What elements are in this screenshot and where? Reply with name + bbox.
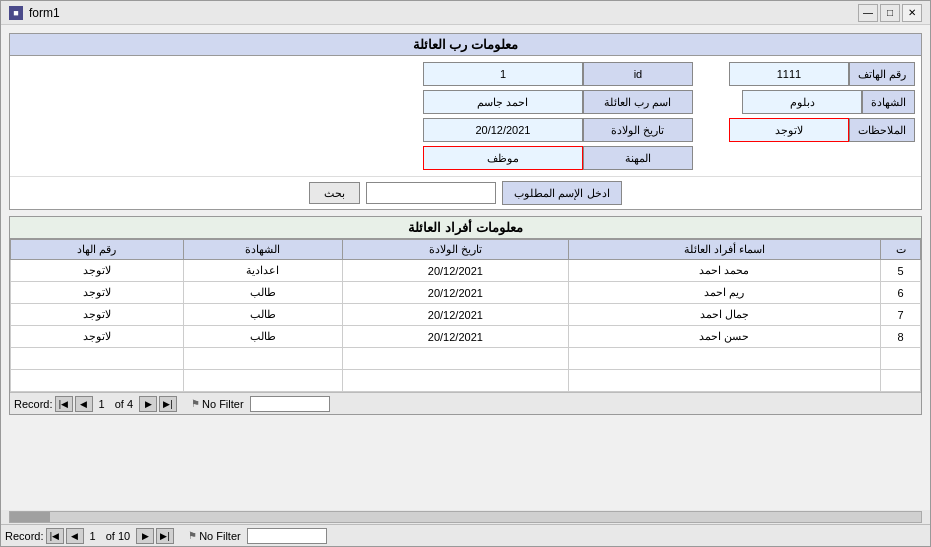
bottom-first-btn[interactable]: |◀ xyxy=(46,528,64,544)
cell-cert: اعدادية xyxy=(183,260,342,282)
inner-filter-text: No Filter xyxy=(202,398,244,410)
col-t: ت xyxy=(881,240,921,260)
table-row[interactable]: 5 محمد احمد 20/12/2021 اعدادية لاتوجد xyxy=(11,260,921,282)
bottom-prev-btn[interactable]: ◀ xyxy=(66,528,84,544)
right-col: id 1 اسم رب العائلة احمد جاسم تاريخ الول… xyxy=(16,62,693,170)
bottom-no-filter: ⚑ No Filter xyxy=(184,530,245,542)
minimize-button[interactable]: — xyxy=(858,4,878,22)
cell-job: لاتوجد xyxy=(11,326,184,348)
col-job: رقم الهاد xyxy=(11,240,184,260)
cell-t: 5 xyxy=(881,260,921,282)
cert-label: الشهادة xyxy=(862,90,915,114)
cell-dob: 20/12/2021 xyxy=(342,326,568,348)
cell-cert: طالب xyxy=(183,304,342,326)
inner-nav-bar: Record: |◀ ◀ 1 of 4 ▶ ▶| ⚑ No Filter xyxy=(10,392,921,414)
title-bar: ■ form1 — □ ✕ xyxy=(1,1,930,25)
family-members-section: معلومات أفراد العائلة ت اسماء أفراد العا… xyxy=(9,216,922,415)
dob-row: تاريخ الولادة 20/12/2021 xyxy=(16,118,693,142)
col-cert: الشهادة xyxy=(183,240,342,260)
name-label: اسم رب العائلة xyxy=(583,90,693,114)
inner-first-btn[interactable]: |◀ xyxy=(55,396,73,412)
cell-cert: طالب xyxy=(183,326,342,348)
bottom-search-input[interactable] xyxy=(247,528,327,544)
notes-value[interactable]: لاتوجد xyxy=(729,118,849,142)
family-head-header: معلومات رب العائلة xyxy=(10,34,921,56)
scrollbar-container xyxy=(1,510,930,524)
inner-prev-btn[interactable]: ◀ xyxy=(75,396,93,412)
phone-label: رقم الهاتف xyxy=(849,62,915,86)
table-row[interactable]: 8 حسن احمد 20/12/2021 طالب لاتوجد xyxy=(11,326,921,348)
cert-row: الشهادة دبلوم xyxy=(729,90,915,114)
filter-icon-bottom: ⚑ xyxy=(188,530,197,541)
search-bar: ادخل الإسم المطلوب بحث xyxy=(10,176,921,209)
cell-job: لاتوجد xyxy=(11,282,184,304)
table-row-empty xyxy=(11,348,921,370)
bottom-current: 1 xyxy=(86,530,100,542)
filter-icon-inner: ⚑ xyxy=(191,398,200,409)
left-col: رقم الهاتف 1111 الشهادة دبلوم الملاحظات … xyxy=(729,62,915,170)
title-bar-left: ■ form1 xyxy=(9,6,60,20)
dob-value[interactable]: 20/12/2021 xyxy=(423,118,583,142)
job-label: المهنة xyxy=(583,146,693,170)
notes-row: الملاحظات لاتوجد xyxy=(729,118,915,142)
bottom-last-btn[interactable]: ▶| xyxy=(156,528,174,544)
table-header-row: ت اسماء أفراد العائلة تاريخ الولادة الشه… xyxy=(11,240,921,260)
main-window: ■ form1 — □ ✕ معلومات رب العائلة رقم اله… xyxy=(0,0,931,547)
bottom-next-btn[interactable]: ▶ xyxy=(136,528,154,544)
cell-t: 6 xyxy=(881,282,921,304)
id-row: id 1 xyxy=(16,62,693,86)
phone-row: رقم الهاتف 1111 xyxy=(729,62,915,86)
title-bar-controls: — □ ✕ xyxy=(858,4,922,22)
notes-label: الملاحظات xyxy=(849,118,915,142)
inner-next-btn[interactable]: ▶ xyxy=(139,396,157,412)
cell-name: ريم احمد xyxy=(568,282,880,304)
cell-name: محمد احمد xyxy=(568,260,880,282)
cell-cert: طالب xyxy=(183,282,342,304)
cell-dob: 20/12/2021 xyxy=(342,260,568,282)
horizontal-scrollbar[interactable] xyxy=(9,511,922,523)
table-row[interactable]: 7 جمال احمد 20/12/2021 طالب لاتوجد xyxy=(11,304,921,326)
cell-dob: 20/12/2021 xyxy=(342,304,568,326)
id-label: id xyxy=(583,62,693,86)
scrollbar-thumb xyxy=(10,512,50,522)
inner-current: 1 xyxy=(95,398,109,410)
inner-record-label: Record: xyxy=(14,398,53,410)
inner-of-label: of 4 xyxy=(111,398,137,410)
bottom-nav-bar: Record: |◀ ◀ 1 of 10 ▶ ▶| ⚑ No Filter xyxy=(1,524,930,546)
cell-name: جمال احمد xyxy=(568,304,880,326)
close-button[interactable]: ✕ xyxy=(902,4,922,22)
phone-value[interactable]: 1111 xyxy=(729,62,849,86)
bottom-of-label: of 10 xyxy=(102,530,134,542)
col-dob: تاريخ الولادة xyxy=(342,240,568,260)
form-container: رقم الهاتف 1111 الشهادة دبلوم الملاحظات … xyxy=(10,56,921,176)
maximize-button[interactable]: □ xyxy=(880,4,900,22)
window-title: form1 xyxy=(29,6,60,20)
name-value[interactable]: احمد جاسم xyxy=(423,90,583,114)
cell-dob: 20/12/2021 xyxy=(342,282,568,304)
family-head-section: معلومات رب العائلة رقم الهاتف 1111 الشها… xyxy=(9,33,922,210)
job-value[interactable]: موظف xyxy=(423,146,583,170)
bottom-record-label: Record: xyxy=(5,530,44,542)
cell-name: حسن احمد xyxy=(568,326,880,348)
family-table: ت اسماء أفراد العائلة تاريخ الولادة الشه… xyxy=(10,239,921,392)
spacer xyxy=(701,62,721,170)
job-row: المهنة موظف xyxy=(16,146,693,170)
cell-t: 7 xyxy=(881,304,921,326)
cell-job: لاتوجد xyxy=(11,304,184,326)
content-area: معلومات رب العائلة رقم الهاتف 1111 الشها… xyxy=(1,25,930,510)
cell-job: لاتوجد xyxy=(11,260,184,282)
family-members-header: معلومات أفراد العائلة xyxy=(10,217,921,239)
search-input[interactable] xyxy=(366,182,496,204)
inner-last-btn[interactable]: ▶| xyxy=(159,396,177,412)
dob-label: تاريخ الولادة xyxy=(583,118,693,142)
search-button[interactable]: بحث xyxy=(309,182,360,204)
table-row[interactable]: 6 ريم احمد 20/12/2021 طالب لاتوجد xyxy=(11,282,921,304)
inner-no-filter: ⚑ No Filter xyxy=(187,398,248,410)
col-name: اسماء أفراد العائلة xyxy=(568,240,880,260)
inner-search-input[interactable] xyxy=(250,396,330,412)
id-value[interactable]: 1 xyxy=(423,62,583,86)
app-icon: ■ xyxy=(9,6,23,20)
cert-value[interactable]: دبلوم xyxy=(742,90,862,114)
name-row: اسم رب العائلة احمد جاسم xyxy=(16,90,693,114)
search-hint-label: ادخل الإسم المطلوب xyxy=(502,181,622,205)
